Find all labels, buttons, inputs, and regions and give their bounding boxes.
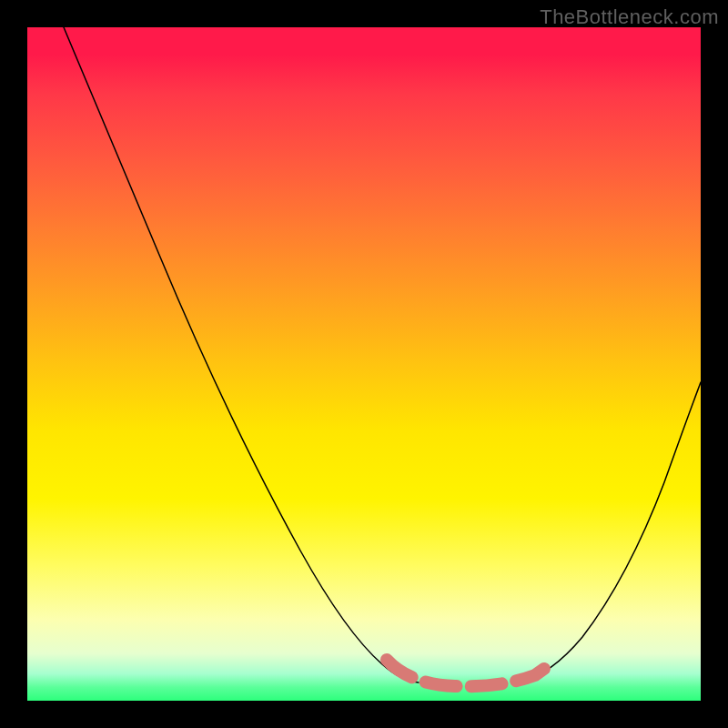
bottleneck-curve <box>27 27 701 701</box>
watermark-text: TheBottleneck.com <box>540 5 719 29</box>
plot-area <box>27 27 701 701</box>
chart-frame: TheBottleneck.com <box>0 0 728 728</box>
